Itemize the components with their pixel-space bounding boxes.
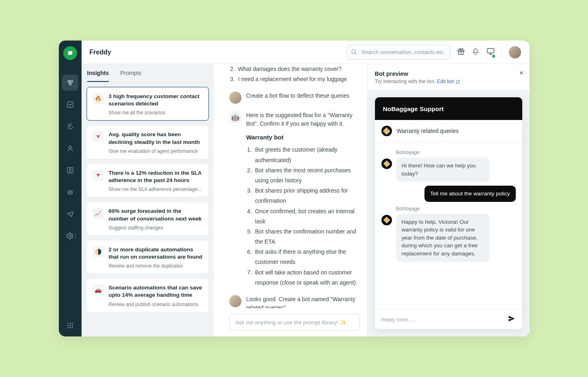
svg-point-15 xyxy=(67,327,69,328)
main: Freddy xyxy=(82,41,530,336)
step-item: Bot greets the customer (already authent… xyxy=(254,145,360,165)
search-box[interactable] xyxy=(347,45,450,60)
insight-card[interactable]: 🔻There is a 12% reduction in the SLA adh… xyxy=(86,163,209,197)
insight-card[interactable]: 📈60% surge forecasted in the number of c… xyxy=(86,201,209,236)
svg-point-4 xyxy=(69,146,71,148)
nav-apps[interactable] xyxy=(67,322,74,331)
svg-point-0 xyxy=(68,80,70,82)
svg-point-1 xyxy=(70,80,72,82)
user-bubble: Tell me about the warranty policy xyxy=(424,186,516,202)
insight-card[interactable]: 🚗Scenario automations that can save upto… xyxy=(86,278,209,312)
topbar: Freddy xyxy=(82,41,530,64)
insight-card[interactable]: 🔥3 high frequency customer contact scena… xyxy=(86,87,209,121)
tab-prompts[interactable]: Prompts xyxy=(120,65,141,82)
svg-point-9 xyxy=(67,323,69,324)
bot-avatar-small: 🤖 xyxy=(229,111,241,123)
query-item: I need a replacement wheel for my luggag… xyxy=(237,74,360,84)
insight-action: Review and remove the duplicates xyxy=(109,263,203,269)
step-item: Bot shares the most recent purchases usi… xyxy=(254,165,360,186)
content: Insights Prompts 🔥3 high frequency custo… xyxy=(82,64,530,336)
bot-message-row: Happy to help, Victoria! Our warranty po… xyxy=(381,214,516,262)
insight-action: Give me evaluation of agent performance xyxy=(109,148,203,154)
chat-text: Looks good. Create a bot named "Warranty… xyxy=(246,295,360,308)
insight-card[interactable]: 🌗2 or more duplicate automations that ru… xyxy=(86,240,209,274)
svg-point-13 xyxy=(69,325,71,326)
step-item: Bot asks if there is anything else the c… xyxy=(254,247,360,267)
bot-window-title: NoBaggage Support xyxy=(375,97,522,120)
insight-title: 3 high frequency customer contact scenar… xyxy=(109,93,203,107)
divider xyxy=(502,47,502,57)
nav-dashboard[interactable] xyxy=(62,96,78,113)
query-item: What damages does the warranty cover? xyxy=(237,64,360,74)
insight-action: Suggest staffing changes xyxy=(109,225,203,231)
insight-icon: 📈 xyxy=(93,208,104,219)
svg-point-8 xyxy=(69,235,71,237)
bot-window: NoBaggage Support Warranty related queri… xyxy=(375,97,522,329)
page-title: Freddy xyxy=(90,49,111,56)
insight-action: Review and publish scenario automations xyxy=(109,302,203,307)
insight-title: Scenario automations that can save upto … xyxy=(109,284,203,299)
insight-action: Show me all the scenarios xyxy=(109,110,203,116)
tab-insights[interactable]: Insights xyxy=(87,65,109,82)
svg-point-2 xyxy=(69,83,71,85)
chat-panel: What damages does the warranty cover?I n… xyxy=(214,64,367,336)
reply-input[interactable] xyxy=(381,317,503,323)
app-window: ⋮ Freddy xyxy=(59,41,530,336)
insight-icon: 🔻 xyxy=(93,169,104,181)
nav-freddy[interactable] xyxy=(62,75,78,91)
send-icon[interactable] xyxy=(508,315,516,324)
edit-bot-link[interactable]: Edit bot xyxy=(437,79,454,84)
bot-message-row: Hi there! How can we help you today? xyxy=(381,158,516,182)
query-list: What damages does the warranty cover?I n… xyxy=(237,64,360,84)
svg-rect-5 xyxy=(68,191,72,194)
section-heading: Warranty bot xyxy=(246,134,360,141)
insight-icon: 🔥 xyxy=(93,93,104,104)
svg-point-11 xyxy=(71,323,73,324)
nav-knowledge[interactable] xyxy=(62,162,78,178)
insight-title: Avg. quality score has been declining st… xyxy=(109,131,203,146)
monitor-icon[interactable] xyxy=(486,47,495,58)
step-item: Bot shares prior shipping address for co… xyxy=(254,186,360,206)
search-input[interactable] xyxy=(347,45,450,60)
step-item: Bot will take action based on customer r… xyxy=(254,268,360,288)
nav-campaigns[interactable] xyxy=(62,206,78,222)
gift-icon[interactable] xyxy=(457,47,465,57)
nav-rail: ⋮ xyxy=(59,41,82,336)
user-avatar[interactable] xyxy=(508,46,521,59)
svg-point-16 xyxy=(69,327,71,328)
svg-point-18 xyxy=(351,49,355,53)
bell-icon[interactable] xyxy=(472,47,480,57)
insight-title: 2 or more duplicate automations that run… xyxy=(109,246,203,261)
insights-panel: Insights Prompts 🔥3 high frequency custo… xyxy=(82,64,214,336)
bot-sender-label: BotVoyage xyxy=(396,150,516,155)
insight-icon: 🌗 xyxy=(93,246,104,257)
insight-title: There is a 12% reduction in the SLA adhe… xyxy=(109,169,203,184)
bot-topic: Warranty related queries xyxy=(397,128,459,134)
insight-card[interactable]: 🔻Avg. quality score has been declining s… xyxy=(86,125,209,159)
preview-title: Bot preview xyxy=(375,71,522,77)
step-item: Once confirmed, bot creates an internal … xyxy=(254,206,360,227)
chat-bot-message: 🤖 Here is the suggested flow for a "Warr… xyxy=(229,111,360,288)
nav-conversations[interactable] xyxy=(62,118,78,135)
nav-settings[interactable]: ⋮ xyxy=(62,228,78,244)
bot-bubble: Happy to help, Victoria! Our warranty po… xyxy=(396,214,489,262)
nav-contacts[interactable] xyxy=(62,140,78,156)
ask-box[interactable] xyxy=(229,314,360,331)
step-item: Bot shares the confirmation number and t… xyxy=(254,227,360,247)
nav-bots[interactable] xyxy=(62,184,78,200)
user-avatar-small xyxy=(229,295,241,307)
app-logo[interactable] xyxy=(63,46,77,60)
bot-steps: Bot greets the customer (already authent… xyxy=(254,145,360,288)
bot-logo-icon xyxy=(381,159,392,169)
svg-point-14 xyxy=(71,325,73,326)
svg-point-12 xyxy=(67,325,69,326)
tabs: Insights Prompts xyxy=(82,64,214,83)
insight-action: Show me the SLA adherence percentage... xyxy=(109,186,203,192)
svg-point-6 xyxy=(69,192,70,193)
insight-icon: 🔻 xyxy=(93,131,104,142)
ask-input[interactable] xyxy=(235,319,354,326)
bot-logo-icon xyxy=(381,126,392,136)
chat-user-message: Looks good. Create a bot named "Warranty… xyxy=(229,295,360,308)
close-icon[interactable]: ✕ xyxy=(519,70,524,76)
svg-point-10 xyxy=(69,323,71,324)
